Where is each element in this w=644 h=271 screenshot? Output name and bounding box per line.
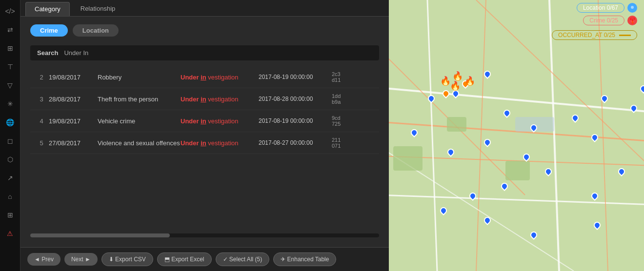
horizontal-scrollbar[interactable] [30,233,379,237]
status-in-highlight: in [201,74,206,81]
row-id: 9cd725 [332,115,361,127]
row-status: Under in vestigation [181,74,259,81]
filter-icon[interactable]: ▽ [2,77,19,94]
row-id: 211071 [332,137,361,149]
fire-icon: 🔥 [440,76,451,86]
occurred-badge-label: OCCURRED_AT 0/25 [558,32,615,39]
location-badge-row: Location 0/67 [577,3,637,13]
hierarchy-icon[interactable]: ⊤ [2,58,19,75]
crime-filter-button[interactable]: Crime [30,24,68,37]
location-filter-button[interactable]: Location [73,24,119,37]
code-icon[interactable]: </> [2,3,19,19]
row-datetime: 2017-08-19 00:00:00 [259,117,332,124]
row-id: 1ddb9a [332,93,361,105]
warning-icon[interactable]: ⚠ [2,225,19,242]
status-under: Under [181,96,201,103]
status-in-highlight: in [201,139,206,147]
home-icon[interactable]: ⌂ [2,188,19,205]
occurred-badge[interactable]: OCCURRED_AT 0/25 [552,30,637,40]
crime-badge-icon: 🦞 [627,16,637,25]
svg-rect-15 [505,161,530,180]
apps-icon[interactable]: ⊞ [2,207,19,223]
tab-relationship[interactable]: Relationship [72,2,124,16]
status-in-highlight: in [201,96,206,103]
globe-icon[interactable]: 🌐 [2,114,19,131]
row-status: Under in vestigation [181,139,259,147]
fire-icon: 🔥 [452,71,463,81]
search-label: Search [37,49,58,57]
row-date: 19/08/2017 [49,74,98,81]
next-button[interactable]: Next ► [64,253,98,266]
row-date: 28/08/2017 [49,96,98,103]
status-under: Under [181,74,201,81]
tab-category[interactable]: Category [25,2,70,16]
row-id: 2c3d11 [332,71,361,83]
tab-bar: Category Relationship [20,0,389,17]
status-vestigation: vestigation [208,96,238,103]
bottom-toolbar: ◄ Prev Next ► ⬇ Export CSV ⬒ Export Exce… [20,247,389,271]
network-icon[interactable]: ✳ [2,96,19,112]
grid-icon[interactable]: ⊞ [2,40,19,57]
row-num: 2 [34,74,49,81]
row-crime: Theft from the person [98,96,181,103]
arrows-icon[interactable]: ⇄ [2,21,19,38]
row-num: 3 [34,96,49,103]
svg-point-0 [631,6,634,9]
row-datetime: 2017-08-27 00:00:00 [259,139,332,146]
map-roads-svg [389,0,644,271]
location-badge-icon [627,3,637,13]
status-vestigation: vestigation [208,117,238,125]
crime-badge[interactable]: Crime 0/25 [583,16,624,25]
row-date: 27/08/2017 [49,139,98,147]
export-excel-button[interactable]: ⬒ Export Excel [157,252,212,266]
status-vestigation: vestigation [208,74,238,81]
row-datetime: 2017-08-19 00:00:00 [259,74,332,80]
data-table: 2 19/08/2017 Robbery Under in vestigatio… [30,66,379,232]
export-icon[interactable]: ↗ [2,170,19,186]
fire-icon: 🔥 [464,76,475,86]
row-datetime: 2017-08-28 00:00:00 [259,96,332,102]
row-date: 19/08/2017 [49,117,98,125]
occurred-line [619,35,631,36]
row-crime: Violence and sexual offences [98,139,181,147]
under-in-label: Under In [64,49,88,57]
filter-buttons: Crime Location [30,24,379,37]
svg-rect-1 [389,0,644,271]
svg-rect-14 [447,117,466,132]
enhanced-table-button[interactable]: ✈ Enhanced Table [273,252,336,266]
table-row[interactable]: 3 28/08/2017 Theft from the person Under… [30,88,379,110]
row-status: Under in vestigation [181,117,259,125]
table-row[interactable]: 2 19/08/2017 Robbery Under in vestigatio… [30,66,379,88]
row-crime: Robbery [98,74,181,81]
sidebar: </> ⇄ ⊞ ⊤ ▽ ✳ 🌐 ◻ ⬡ ↗ ⌂ ⊞ ⚠ [0,0,20,271]
prev-button[interactable]: ◄ Prev [27,253,60,266]
search-bar: Search Under In [30,45,379,60]
crime-badge-row: Crime 0/25 🦞 [583,16,637,25]
row-status: Under in vestigation [181,96,259,103]
select-all-button[interactable]: ✓ Select All (5) [216,252,270,266]
row-num: 5 [34,139,49,147]
table-row[interactable]: 5 27/08/2017 Violence and sexual offence… [30,132,379,154]
row-crime: Vehicle crime [98,117,181,125]
row-num: 4 [34,117,49,125]
status-in-highlight: in [201,117,206,125]
map-area: Location 0/67 Crime 0/25 🦞 OCCURRED_AT 0… [389,0,644,271]
scroll-thumb [30,233,170,237]
box-icon[interactable]: ◻ [2,133,19,149]
fire-icon: 🔥 [450,80,461,91]
category-content: Crime Location Search Under In 2 19/08/2… [20,17,389,247]
svg-rect-13 [393,146,423,171]
map-top-controls: Location 0/67 Crime 0/25 🦞 OCCURRED_AT 0… [552,3,637,40]
status-under: Under [181,117,201,125]
status-vestigation: vestigation [208,139,238,147]
location-badge[interactable]: Location 0/67 [577,3,624,13]
hex-icon[interactable]: ⬡ [2,151,19,168]
table-row[interactable]: 4 19/08/2017 Vehicle crime Under in vest… [30,110,379,132]
export-csv-button[interactable]: ⬇ Export CSV [101,252,153,266]
main-panel: Category Relationship Crime Location Sea… [20,0,389,271]
status-under: Under [181,139,201,147]
